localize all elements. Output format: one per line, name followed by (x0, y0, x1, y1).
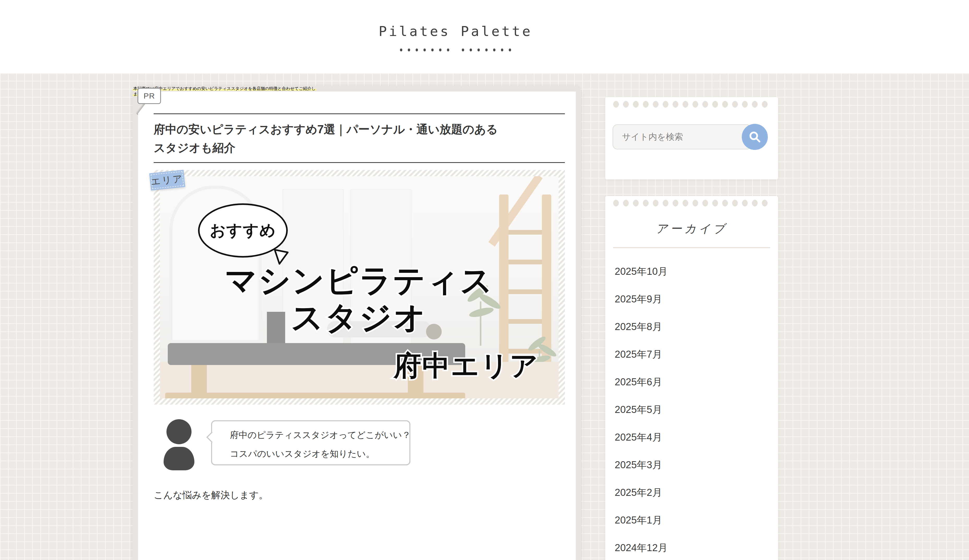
studio-photo: おすすめ マシンピラティス スタジオ 府中エリア (160, 176, 559, 398)
archive-link[interactable]: 2025年10月 (615, 258, 773, 285)
site-header: Pilates Palette (0, 0, 969, 73)
archive-link[interactable]: 2025年5月 (615, 396, 773, 424)
search-button[interactable] (742, 124, 768, 150)
article-title: 府中の安いピラティスおすすめ7選｜パーソナル・通い放題のある スタジオも紹介 (154, 120, 565, 157)
archive-link[interactable]: 2025年3月 (615, 451, 773, 479)
archive-link[interactable]: 2025年4月 (615, 424, 773, 451)
archive-link[interactable]: 2025年6月 (615, 368, 773, 396)
perforation-dots (613, 200, 771, 206)
archive-divider (613, 247, 770, 248)
article-title-line2: スタジオも紹介 (154, 138, 565, 157)
archive-widget: アーカイブ 2025年10月 2025年9月 2025年8月 2025年7月 2… (605, 196, 778, 560)
perforation-dots (613, 101, 771, 108)
page: Pilates Palette PR 府中の安いピラティスおすすめ7選｜パーソナ… (0, 0, 969, 560)
hero-overlay-line1: マシンピラティス (160, 260, 559, 302)
archive-link[interactable]: 2025年9月 (615, 285, 773, 313)
question-line2: コスパのいいスタジオを知りたい。 (230, 444, 410, 463)
search-widget (605, 97, 778, 179)
recommend-bubble-tail (274, 249, 292, 268)
logo-underline-dots (0, 48, 911, 52)
site-logo[interactable]: Pilates Palette (0, 23, 911, 39)
archive-link[interactable]: 2025年2月 (615, 479, 773, 506)
article-title-line1: 府中の安いピラティスおすすめ7選｜パーソナル・通い放題のある (154, 120, 565, 138)
dot-group-left (400, 48, 449, 52)
question-speech-bubble: 府中のピラティススタジオってどこがいい？ コスパのいいスタジオを知りたい。 (211, 420, 410, 465)
featured-image: おすすめ マシンピラティス スタジオ 府中エリア エリア (154, 170, 565, 405)
area-category-tag[interactable]: エリア (149, 170, 185, 190)
question-line1: 府中のピラティススタジオってどこがいい？ (230, 425, 410, 444)
archive-link[interactable]: 2024年12月 (615, 534, 773, 560)
archive-link[interactable]: 2025年7月 (615, 341, 773, 368)
hero-overlay-line2: スタジオ (160, 297, 559, 339)
hero-overlay-line3: 府中エリア (160, 347, 559, 385)
dot-group-right (462, 48, 511, 52)
archive-list: 2025年10月 2025年9月 2025年8月 2025年7月 2025年6月… (615, 258, 773, 560)
user-avatar-icon (163, 419, 194, 470)
lead-text: こんな悩みを解決します。 (154, 489, 268, 502)
title-divider-top (154, 113, 565, 114)
archive-link[interactable]: 2025年8月 (615, 313, 773, 341)
archive-link[interactable]: 2025年1月 (615, 506, 773, 534)
search-input[interactable] (613, 125, 751, 150)
archive-title: アーカイブ (605, 221, 778, 236)
search-icon (749, 131, 761, 143)
pr-badge: PR (138, 88, 161, 104)
title-divider-bottom (154, 162, 565, 163)
article-card: PR 府中の安いピラティスおすすめ7選｜パーソナル・通い放題のある スタジオも紹… (133, 86, 581, 560)
